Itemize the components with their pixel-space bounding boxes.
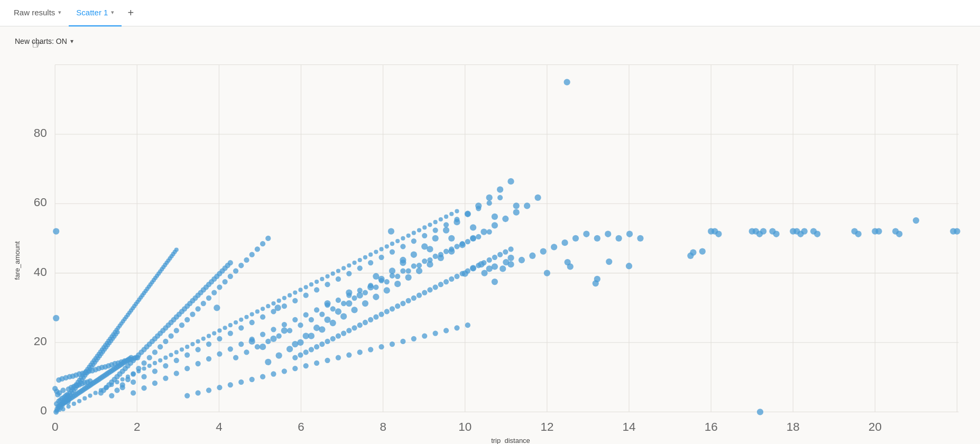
svg-point-299 [336,298,341,303]
svg-point-647 [336,334,341,339]
svg-point-674 [481,260,486,265]
new-charts-chevron: ▾ [70,38,73,45]
svg-point-355 [282,296,286,300]
svg-point-387 [455,209,459,214]
svg-point-459 [265,359,271,365]
svg-point-348 [244,315,248,319]
svg-point-642 [309,347,314,352]
svg-point-672 [470,265,476,271]
chart-inner: .grid-line { stroke: #e0ddd8; stroke-wid… [25,54,969,444]
svg-point-282 [152,381,158,386]
svg-point-620 [275,304,281,311]
svg-point-636 [616,235,622,242]
svg-point-377 [401,236,405,240]
svg-point-390 [270,336,276,342]
svg-point-312 [476,234,481,239]
svg-point-350 [255,309,260,313]
svg-point-261 [303,293,309,298]
svg-point-457 [950,228,956,234]
svg-point-391 [281,327,288,334]
svg-point-316 [72,402,76,406]
svg-text:0: 0 [52,420,58,433]
svg-point-513 [438,252,443,257]
svg-point-272 [422,233,427,238]
svg-point-347 [239,318,243,322]
svg-point-273 [433,227,438,233]
svg-point-650 [352,325,357,330]
new-charts-label: New charts: ON [15,37,67,45]
svg-point-245 [131,380,136,385]
svg-point-619 [214,304,220,311]
new-charts-toggle[interactable]: New charts: ON ▾ [11,35,78,48]
svg-point-657 [390,306,395,311]
svg-point-311 [465,239,470,244]
svg-point-389 [260,344,266,350]
svg-point-664 [427,287,432,292]
svg-point-660 [406,298,411,303]
svg-point-336 [180,347,184,352]
svg-point-654 [373,314,378,320]
svg-point-484 [324,300,330,307]
svg-point-515 [460,241,465,246]
svg-point-592 [184,393,190,398]
svg-point-487 [400,257,406,263]
svg-point-256 [249,320,255,325]
svg-point-370 [363,255,367,260]
svg-point-251 [195,347,200,352]
tab-scatter-1[interactable]: Scatter 1 ▾ [69,0,122,26]
svg-point-323 [109,383,114,387]
svg-point-327 [131,372,135,376]
plot-area: .grid-line { stroke: #e0ddd8; stroke-wid… [25,54,969,433]
svg-point-627 [519,257,525,263]
svg-point-616 [443,328,449,333]
svg-point-399 [367,284,374,290]
svg-text:16: 16 [705,420,718,433]
svg-point-634 [594,235,600,242]
svg-point-491 [492,214,498,220]
svg-point-464 [319,326,325,332]
svg-point-309 [443,248,449,254]
svg-point-318 [82,396,87,401]
svg-point-241 [255,246,260,252]
svg-point-222 [152,349,158,355]
svg-point-213 [228,260,233,265]
svg-point-252 [206,341,211,347]
svg-point-462 [297,339,303,346]
svg-point-290 [238,341,244,347]
add-tab-button[interactable]: + [122,4,140,22]
tab-raw-results[interactable]: Raw results ▾ [6,0,69,26]
svg-point-655 [378,311,384,317]
svg-point-288 [217,351,222,356]
svg-point-364 [331,272,335,276]
svg-point-332 [158,358,162,363]
svg-point-658 [395,303,400,309]
svg-point-596 [228,382,233,387]
svg-point-663 [422,290,427,295]
tab-raw-results-label: Raw results [14,8,55,17]
svg-point-499 [287,328,292,333]
svg-point-467 [351,307,357,313]
svg-point-260 [292,298,298,303]
svg-point-469 [373,294,379,300]
svg-point-635 [605,231,611,237]
svg-point-257 [260,314,265,320]
svg-point-455 [913,217,919,224]
svg-point-331 [153,361,157,365]
svg-point-644 [319,341,325,347]
svg-point-339 [196,339,200,344]
svg-point-605 [325,358,330,363]
svg-point-220 [141,360,146,366]
svg-point-677 [497,252,503,257]
svg-point-369 [358,258,362,262]
svg-point-349 [250,312,254,317]
svg-point-625 [500,265,506,272]
svg-point-368 [352,261,356,265]
svg-point-488 [427,246,433,252]
svg-point-225 [168,334,173,339]
svg-text:80: 80 [34,126,47,140]
svg-point-374 [385,244,389,248]
svg-point-267 [368,260,373,265]
svg-point-628 [529,253,535,259]
svg-point-249 [174,358,179,363]
svg-point-483 [524,202,530,209]
